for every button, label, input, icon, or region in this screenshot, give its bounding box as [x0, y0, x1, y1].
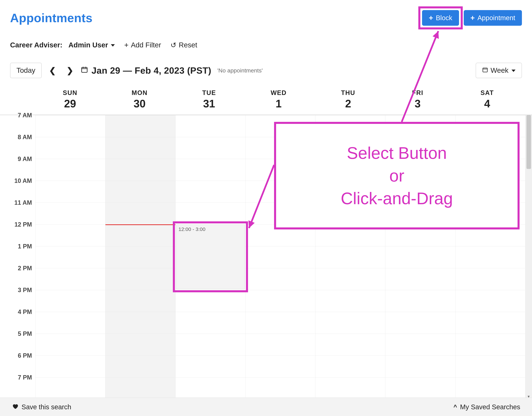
- hour-cell[interactable]: [105, 246, 175, 268]
- hour-cell[interactable]: [36, 115, 105, 137]
- hour-cell[interactable]: [246, 377, 315, 399]
- day-header: TUE31: [174, 85, 244, 114]
- hour-cell[interactable]: [176, 334, 245, 356]
- hour-cell[interactable]: [176, 290, 245, 312]
- hour-cell[interactable]: [105, 312, 175, 334]
- hour-cell[interactable]: [36, 268, 105, 290]
- add-filter-label: Add Filter: [131, 41, 161, 49]
- appointment-button[interactable]: + Appointment: [464, 10, 522, 26]
- hour-cell[interactable]: [176, 356, 245, 377]
- hour-cell[interactable]: [315, 377, 385, 399]
- hour-cell[interactable]: [456, 290, 525, 312]
- hour-cell[interactable]: [176, 181, 245, 203]
- hour-cell[interactable]: [36, 246, 105, 268]
- hour-cell[interactable]: [36, 334, 105, 356]
- plus-icon: +: [470, 14, 475, 22]
- day-of-week: MON: [105, 89, 174, 96]
- calendar-icon: [482, 66, 488, 75]
- hour-cell[interactable]: [456, 334, 525, 356]
- today-button[interactable]: Today: [10, 63, 42, 78]
- hour-cell[interactable]: [385, 334, 455, 356]
- day-column[interactable]: 12:00 - 3:00: [175, 115, 245, 399]
- hour-cell[interactable]: [246, 356, 315, 377]
- reset-button[interactable]: ↻ Reset: [171, 41, 197, 49]
- hour-cell[interactable]: [385, 356, 455, 377]
- hour-cell[interactable]: [105, 137, 175, 159]
- hour-cell[interactable]: [315, 334, 385, 356]
- hour-cell[interactable]: [105, 181, 175, 203]
- hour-cell[interactable]: [176, 377, 245, 399]
- hour-cell[interactable]: [36, 137, 105, 159]
- day-number: 1: [244, 97, 313, 110]
- hour-cell[interactable]: [385, 312, 455, 334]
- hour-cell[interactable]: [385, 290, 455, 312]
- hour-cell[interactable]: [36, 290, 105, 312]
- hour-cell[interactable]: [385, 377, 455, 399]
- hour-cell[interactable]: [315, 268, 385, 290]
- hour-cell[interactable]: [105, 356, 175, 377]
- hour-cell[interactable]: [105, 115, 175, 137]
- hour-cell[interactable]: [36, 181, 105, 203]
- hour-cell[interactable]: [246, 290, 315, 312]
- hour-cell[interactable]: [176, 115, 245, 137]
- calendar-icon: [81, 66, 88, 75]
- day-header: FRI3: [383, 85, 452, 114]
- hour-cell[interactable]: [246, 312, 315, 334]
- career-adviser-filter[interactable]: Career Adviser: Admin User: [10, 41, 115, 49]
- hour-cell[interactable]: [456, 312, 525, 334]
- hour-cell[interactable]: [315, 356, 385, 377]
- hour-cell[interactable]: [315, 290, 385, 312]
- hour-cell[interactable]: [36, 356, 105, 377]
- header-bar: Appointments + Block + Appointment: [0, 0, 532, 26]
- hour-cell[interactable]: [456, 356, 525, 377]
- footer-bar: Save this search ^ My Saved Searches: [0, 397, 532, 416]
- hour-cell[interactable]: [105, 159, 175, 181]
- hour-cell[interactable]: [385, 268, 455, 290]
- toolbar-left: Today ❮ ❯ Jan 29 — Feb 4, 2023 (PST) 'No…: [10, 63, 263, 78]
- hour-cell[interactable]: [176, 312, 245, 334]
- hour-cell[interactable]: [105, 334, 175, 356]
- drag-selection[interactable]: 12:00 - 3:00: [176, 224, 245, 289]
- add-filter-button[interactable]: + Add Filter: [124, 41, 161, 49]
- hour-cell[interactable]: [456, 246, 525, 268]
- hour-cell[interactable]: [36, 224, 105, 246]
- now-line: [105, 224, 175, 225]
- next-week-button[interactable]: ❯: [63, 66, 77, 75]
- hour-cell[interactable]: [246, 268, 315, 290]
- hour-cell[interactable]: [105, 377, 175, 399]
- hour-cell[interactable]: [36, 203, 105, 224]
- hour-cell[interactable]: [105, 224, 175, 246]
- hour-cell[interactable]: [36, 159, 105, 181]
- hour-cell[interactable]: [176, 159, 245, 181]
- hour-cell[interactable]: [105, 290, 175, 312]
- chevron-down-icon: [512, 70, 515, 72]
- hour-cell[interactable]: [105, 203, 175, 224]
- hour-cell[interactable]: [246, 334, 315, 356]
- day-column[interactable]: [105, 115, 175, 399]
- hour-cell[interactable]: [176, 203, 245, 224]
- view-selector[interactable]: Week: [476, 63, 522, 78]
- hour-cell[interactable]: [105, 268, 175, 290]
- hour-cell[interactable]: [176, 137, 245, 159]
- scroll-thumb[interactable]: [526, 115, 531, 169]
- block-button[interactable]: + Block: [422, 10, 459, 26]
- save-search-button[interactable]: Save this search: [12, 403, 71, 411]
- hour-cell[interactable]: [456, 268, 525, 290]
- calendar-toolbar: Today ❮ ❯ Jan 29 — Feb 4, 2023 (PST) 'No…: [0, 49, 532, 78]
- hour-cell[interactable]: [456, 377, 525, 399]
- time-column: 7 AM8 AM9 AM10 AM11 AM12 PM1 PM2 PM3 PM4…: [0, 115, 35, 399]
- day-header: MON30: [105, 85, 174, 114]
- hour-cell[interactable]: [385, 246, 455, 268]
- hour-cell[interactable]: [36, 312, 105, 334]
- prev-week-button[interactable]: ❮: [46, 66, 59, 75]
- svg-rect-4: [483, 68, 487, 72]
- hour-cell[interactable]: [315, 312, 385, 334]
- day-column[interactable]: [35, 115, 105, 399]
- filter-bar: Career Adviser: Admin User + Add Filter …: [0, 26, 532, 49]
- appointment-button-label: Appointment: [477, 14, 515, 22]
- hour-cell[interactable]: [36, 377, 105, 399]
- scrollbar[interactable]: ▴▾: [525, 115, 532, 399]
- hour-cell[interactable]: [246, 246, 315, 268]
- hour-cell[interactable]: [315, 246, 385, 268]
- my-saved-searches-button[interactable]: ^ My Saved Searches: [454, 403, 520, 411]
